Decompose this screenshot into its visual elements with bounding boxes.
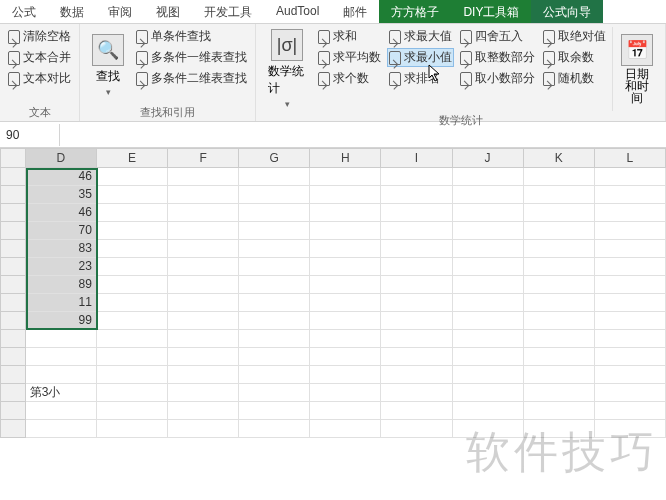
cell[interactable]: 11 (26, 294, 97, 312)
cell[interactable] (26, 330, 97, 348)
cell[interactable]: 83 (26, 240, 97, 258)
cell[interactable] (453, 384, 524, 402)
cell[interactable] (453, 204, 524, 222)
tab-0[interactable]: 公式 (0, 0, 48, 23)
cell[interactable] (97, 168, 168, 186)
cell[interactable] (310, 294, 381, 312)
row-header[interactable] (0, 276, 26, 294)
row-header[interactable] (0, 348, 26, 366)
cell[interactable] (168, 240, 239, 258)
cell[interactable] (595, 168, 666, 186)
cell[interactable] (26, 402, 97, 420)
tab-5[interactable]: AudTool (264, 0, 331, 23)
cell[interactable] (310, 384, 381, 402)
formula-input[interactable] (60, 131, 666, 139)
cell[interactable] (524, 204, 595, 222)
cell[interactable] (97, 348, 168, 366)
cell[interactable] (453, 186, 524, 204)
col-header-K[interactable]: K (524, 148, 595, 168)
row-header[interactable] (0, 240, 26, 258)
cell[interactable] (168, 204, 239, 222)
tab-8[interactable]: DIY工具箱 (451, 0, 531, 23)
cell[interactable] (310, 402, 381, 420)
cell[interactable] (595, 348, 666, 366)
cell[interactable] (453, 258, 524, 276)
cell[interactable] (524, 420, 595, 438)
name-box[interactable]: 90 (0, 124, 60, 146)
cell[interactable] (168, 222, 239, 240)
cell[interactable] (97, 204, 168, 222)
tab-2[interactable]: 审阅 (96, 0, 144, 23)
cell[interactable] (97, 294, 168, 312)
cmd-取小数部分[interactable]: 取小数部分 (458, 69, 537, 88)
cell[interactable] (381, 276, 452, 294)
cmd-求最小值[interactable]: 求最小值 (387, 48, 454, 67)
col-header-F[interactable]: F (168, 148, 239, 168)
cell[interactable] (453, 294, 524, 312)
cell[interactable]: 35 (26, 186, 97, 204)
cell[interactable] (595, 402, 666, 420)
cell[interactable] (310, 366, 381, 384)
col-header-L[interactable]: L (595, 148, 666, 168)
cell[interactable] (310, 186, 381, 204)
cell[interactable] (310, 420, 381, 438)
cell[interactable] (381, 186, 452, 204)
cell[interactable] (453, 240, 524, 258)
cell[interactable]: 89 (26, 276, 97, 294)
datetime-button[interactable]: 📅 日期和时间 (612, 27, 659, 111)
cell[interactable] (381, 204, 452, 222)
cell[interactable] (453, 330, 524, 348)
cell[interactable] (595, 366, 666, 384)
cell[interactable] (310, 204, 381, 222)
cell[interactable]: 23 (26, 258, 97, 276)
row-header[interactable] (0, 168, 26, 186)
cell[interactable] (453, 402, 524, 420)
col-header-D[interactable]: D (26, 148, 97, 168)
cell[interactable] (524, 294, 595, 312)
math-stats-button[interactable]: |σ| 数学统计 ▾ (262, 27, 312, 111)
cell[interactable] (239, 168, 310, 186)
tab-6[interactable]: 邮件 (331, 0, 379, 23)
cell[interactable] (168, 348, 239, 366)
cell[interactable]: 99 (26, 312, 97, 330)
cell[interactable] (239, 222, 310, 240)
cell[interactable] (381, 294, 452, 312)
cell[interactable] (239, 240, 310, 258)
cell[interactable] (97, 312, 168, 330)
col-header-E[interactable]: E (97, 148, 168, 168)
cell[interactable] (524, 276, 595, 294)
cell[interactable] (97, 420, 168, 438)
cell[interactable] (595, 258, 666, 276)
cell[interactable]: 第3小 (26, 384, 97, 402)
cell[interactable] (310, 348, 381, 366)
cell[interactable] (524, 384, 595, 402)
cmd-求和[interactable]: 求和 (316, 27, 383, 46)
cell[interactable] (168, 312, 239, 330)
cell[interactable] (524, 258, 595, 276)
cell[interactable] (239, 384, 310, 402)
cell[interactable]: 70 (26, 222, 97, 240)
cmd-求最大值[interactable]: 求最大值 (387, 27, 454, 46)
cell[interactable] (453, 312, 524, 330)
cell[interactable] (595, 384, 666, 402)
cell[interactable] (26, 366, 97, 384)
cell[interactable]: 46 (26, 168, 97, 186)
cell[interactable] (453, 366, 524, 384)
cell[interactable] (239, 420, 310, 438)
cell[interactable] (168, 402, 239, 420)
cell[interactable] (595, 204, 666, 222)
cell[interactable] (97, 240, 168, 258)
cell[interactable] (453, 420, 524, 438)
cell[interactable] (310, 312, 381, 330)
cell[interactable] (239, 294, 310, 312)
cmd-随机数[interactable]: 随机数 (541, 69, 608, 88)
cell[interactable] (239, 258, 310, 276)
cell[interactable] (97, 330, 168, 348)
cell[interactable] (168, 168, 239, 186)
cmd-清除空格[interactable]: 清除空格 (6, 27, 73, 46)
cmd-求平均数[interactable]: 求平均数 (316, 48, 383, 67)
cell[interactable] (239, 402, 310, 420)
cell[interactable] (97, 258, 168, 276)
cell[interactable] (381, 330, 452, 348)
cell[interactable] (595, 312, 666, 330)
